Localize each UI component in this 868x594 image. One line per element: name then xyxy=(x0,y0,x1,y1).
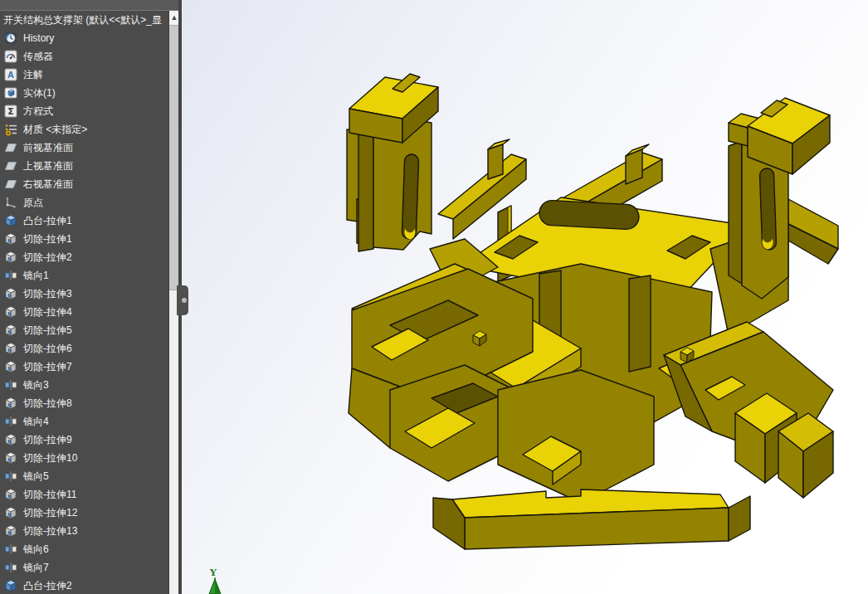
plane-icon xyxy=(4,178,17,191)
tree-item-label: 镜向6 xyxy=(23,543,49,557)
tree-item-label: 切除-拉伸9 xyxy=(23,433,72,447)
tree-item-label: 切除-拉伸13 xyxy=(23,524,77,538)
tree-item-label: 传感器 xyxy=(23,50,53,64)
cut-extrude-icon xyxy=(4,488,17,501)
tree-item-label: 镜向7 xyxy=(23,561,49,575)
tree-item[interactable]: 传感器 xyxy=(0,47,178,66)
tree-item[interactable]: 镜向4 xyxy=(0,412,178,431)
tree-item[interactable]: 切除-拉伸7 xyxy=(0,358,178,376)
history-icon xyxy=(4,32,17,45)
tree-item-label: 镜向5 xyxy=(23,470,49,484)
tree-item-label: 切除-拉伸6 xyxy=(23,342,72,356)
tree-item[interactable]: 前视基准面 xyxy=(0,139,178,157)
tree-item[interactable]: 切除-拉伸4 xyxy=(0,303,178,321)
tree-item-label: 镜向4 xyxy=(23,415,49,429)
panel-top-bar xyxy=(0,0,178,11)
tree-item[interactable]: History xyxy=(0,29,178,47)
splitter-knob-icon xyxy=(182,298,187,303)
tree-item[interactable]: 镜向1 xyxy=(0,266,178,285)
cut-extrude-icon xyxy=(4,506,17,519)
tree-item-label: 切除-拉伸11 xyxy=(23,488,76,502)
mirror-icon xyxy=(4,415,17,428)
tree-item[interactable]: 切除-拉伸2 xyxy=(0,248,178,266)
tree-item[interactable]: 切除-拉伸13 xyxy=(0,522,178,540)
boss-extrude-icon xyxy=(4,579,17,592)
tree-item[interactable]: 切除-拉伸1 xyxy=(0,230,178,248)
scrollbar-thumb[interactable] xyxy=(169,25,178,290)
tree-item-label: 切除-拉伸7 xyxy=(23,360,72,374)
tree-item-label: 注解 xyxy=(23,68,43,82)
tree-item-label: 材质 <未指定> xyxy=(23,123,87,137)
tree-item-label: 切除-拉伸1 xyxy=(23,232,72,246)
tree-item[interactable]: 镜向7 xyxy=(0,558,178,577)
annotations-icon: A xyxy=(4,68,17,81)
tree-item[interactable]: 镜向5 xyxy=(0,467,178,485)
tree-item-label: 前视基准面 xyxy=(23,141,73,155)
tree-item[interactable]: 镜向3 xyxy=(0,376,178,394)
tree-item-label: 凸台-拉伸1 xyxy=(23,214,72,228)
tree-item[interactable]: 材质 <未指定> xyxy=(0,120,178,139)
feature-manager-panel: 开关结构总支撑架 (默认<<默认>_显 History传感器A注解实体(1)Σ方… xyxy=(0,0,178,594)
mirror-icon xyxy=(4,543,17,556)
tree-item-label: 切除-拉伸2 xyxy=(23,251,72,265)
tree-item-label: History xyxy=(23,32,54,44)
panel-splitter-handle[interactable] xyxy=(177,285,188,315)
tree-item-label: 切除-拉伸12 xyxy=(23,506,77,520)
cut-extrude-icon xyxy=(4,251,17,264)
origin-icon xyxy=(4,196,17,209)
cut-extrude-icon xyxy=(4,524,17,538)
boss-extrude-icon xyxy=(4,214,17,227)
cut-extrude-icon xyxy=(4,342,17,355)
tree-item[interactable]: 切除-拉伸6 xyxy=(0,339,178,358)
tree-item-label: 方程式 xyxy=(23,105,53,119)
sensor-icon xyxy=(4,50,17,63)
tree-item[interactable]: 切除-拉伸10 xyxy=(0,449,178,467)
tree-item[interactable]: Σ方程式 xyxy=(0,102,178,120)
cut-extrude-icon xyxy=(4,451,17,465)
tree-item[interactable]: 镜向6 xyxy=(0,540,178,558)
tree-item[interactable]: 切除-拉伸8 xyxy=(0,394,178,412)
triad-y-axis-icon xyxy=(204,567,226,594)
tree-item[interactable]: 切除-拉伸9 xyxy=(0,431,178,449)
cut-extrude-icon xyxy=(4,324,17,337)
cut-extrude-icon xyxy=(4,287,17,300)
tree-root-item[interactable]: 开关结构总支撑架 (默认<<默认>_显 xyxy=(0,11,178,29)
material-icon xyxy=(4,123,17,136)
svg-text:A: A xyxy=(7,70,14,80)
cut-extrude-icon xyxy=(4,232,17,246)
feature-tree: 开关结构总支撑架 (默认<<默认>_显 History传感器A注解实体(1)Σ方… xyxy=(0,11,178,594)
tree-item[interactable]: A注解 xyxy=(0,66,178,84)
tree-item-label: 切除-拉伸3 xyxy=(23,287,72,301)
tree-item[interactable]: 切除-拉伸11 xyxy=(0,485,178,504)
model-left-tower[interactable] xyxy=(347,74,438,251)
model-right-tower[interactable] xyxy=(729,98,830,299)
plane-icon xyxy=(4,141,17,154)
tree-item[interactable]: 切除-拉伸3 xyxy=(0,285,178,303)
mirror-icon xyxy=(4,470,17,483)
tree-item-label: 右视基准面 xyxy=(23,178,73,192)
cut-extrude-icon xyxy=(4,305,17,319)
tree-item-label: 原点 xyxy=(23,196,43,210)
tree-item[interactable]: 切除-拉伸12 xyxy=(0,504,178,522)
tree-item[interactable]: 原点 xyxy=(0,193,178,212)
tree-item-label: 切除-拉伸5 xyxy=(23,324,72,338)
tree-item[interactable]: 右视基准面 xyxy=(0,175,178,193)
tree-item[interactable]: 凸台-拉伸2 xyxy=(0,577,178,594)
svg-text:Σ: Σ xyxy=(7,106,14,117)
tree-item-label: 凸台-拉伸2 xyxy=(23,579,72,593)
tree-item-label: 切除-拉伸8 xyxy=(23,397,72,411)
cut-extrude-icon xyxy=(4,360,17,373)
mirror-icon xyxy=(4,378,17,392)
scroll-up-arrow-icon[interactable]: ▲ xyxy=(169,11,178,25)
mirror-icon xyxy=(4,269,17,282)
solid-bodies-icon xyxy=(4,86,17,100)
model-right-arm[interactable] xyxy=(788,199,838,264)
mirror-icon xyxy=(4,561,17,574)
tree-item[interactable]: 凸台-拉伸1 xyxy=(0,212,178,230)
tree-item-label: 实体(1) xyxy=(23,86,56,100)
tree-item[interactable]: 上视基准面 xyxy=(0,157,178,175)
tree-item[interactable]: 切除-拉伸5 xyxy=(0,321,178,339)
tree-item[interactable]: 实体(1) xyxy=(0,84,178,102)
cut-extrude-icon xyxy=(4,433,17,446)
plane-icon xyxy=(4,159,17,173)
